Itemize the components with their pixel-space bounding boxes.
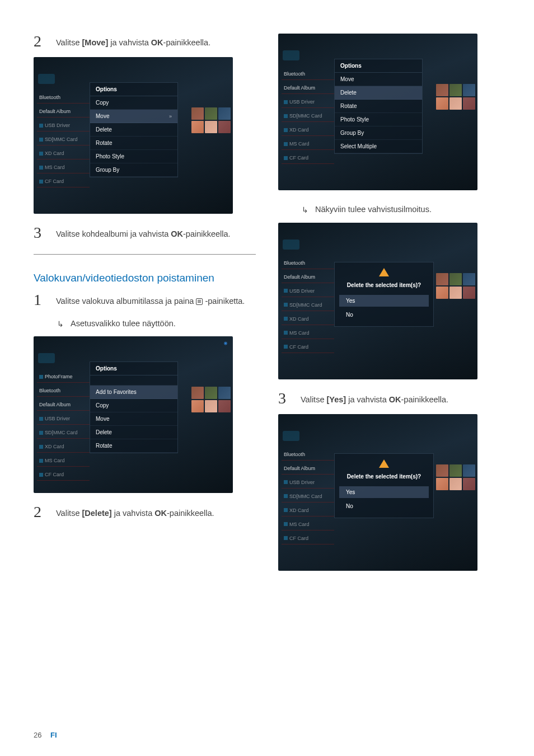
options-menu: Options Copy Move» Delete Rotate Photo S…	[90, 82, 178, 177]
page-footer: 26 FI	[34, 731, 57, 739]
right-column: Bluetooth Default Album USB Driver SD[MM…	[278, 34, 500, 582]
ss-side-item: CF Card	[282, 152, 334, 164]
usb-icon	[39, 124, 43, 128]
confirm-dialog: Delete the selected item(s)? Yes No	[334, 262, 434, 327]
left-column: 2 Valitse [Move] ja vahvista OK-painikke…	[34, 34, 256, 582]
ss-side-item: XD Card	[282, 505, 334, 516]
ss-side-item: XD Card	[37, 148, 90, 159]
usb-icon	[284, 480, 288, 484]
ms-icon	[284, 522, 288, 526]
ss-side-item: Default Album	[37, 399, 90, 411]
xd-icon	[39, 445, 43, 449]
ss-side-item: MS Card	[37, 455, 90, 467]
screenshot-confirm-dialog: Bluetooth Default Album USB Driver SD[MM…	[278, 223, 477, 379]
ss-sidebar: Bluetooth Default Album USB Driver SD[MM…	[278, 223, 334, 379]
menu-item: Group By	[335, 126, 422, 140]
menu-item: Rotate	[90, 439, 177, 453]
ss-side-item: SD[MMC Card	[282, 110, 334, 122]
lang-code: FI	[50, 731, 57, 739]
step-number: 1	[34, 292, 45, 308]
ss-side-item: SD[MMC Card	[282, 491, 334, 503]
screenshot-options-move: Bluetooth Default Album USB Driver SD[MM…	[34, 57, 233, 214]
ss-side-item: CF Card	[282, 341, 334, 353]
ss-side-item: SD[MMC Card	[37, 134, 90, 145]
step-3: 3 Valitse kohdealbumi ja vahvista OK-pai…	[34, 225, 256, 241]
ss-side-item: Bluetooth	[282, 257, 334, 269]
ss-side-item: Bluetooth	[282, 449, 334, 461]
step-text: Valitse valokuva albumitilassa ja paina …	[56, 292, 245, 308]
thumbnails	[436, 273, 475, 299]
ss-side-item: PhotoFrame	[37, 371, 90, 383]
step-3b: 3 Valitse [Yes] ja vahvista OK-painikkee…	[278, 391, 500, 406]
device-icon	[283, 431, 299, 441]
ss-side-item: CF Card	[282, 533, 334, 544]
ss-side-item: Bluetooth	[37, 385, 90, 397]
warning-icon	[379, 268, 389, 276]
menu-item: Rotate	[335, 100, 422, 113]
cf-icon	[284, 536, 288, 540]
thumbnails	[436, 464, 475, 490]
ms-icon	[39, 166, 43, 170]
usb-icon	[39, 417, 43, 421]
device-icon	[38, 353, 55, 363]
ss-side-item: USB Driver	[282, 285, 334, 297]
dialog-prompt: Delete the selected item(s)?	[335, 471, 433, 485]
bluetooth-icon: ⁕	[223, 340, 228, 348]
ss-side-item: USB Driver	[282, 96, 334, 108]
menu-item-selected: Add to Favorites	[90, 386, 177, 399]
step-text: Valitse [Delete] ja vahvista OK-painikke…	[56, 504, 214, 520]
ss-side-item: CF Card	[37, 176, 90, 187]
ss-side-item: Default Album	[282, 271, 334, 283]
xd-icon	[39, 152, 43, 156]
ss-side-item: USB Driver	[37, 413, 90, 425]
arrow-icon: ↳	[57, 319, 64, 330]
xd-icon	[284, 128, 288, 132]
menu-icon	[196, 298, 203, 305]
thumbnails	[191, 387, 231, 412]
menu-item-selected: Delete	[335, 86, 422, 100]
menu-header: Options	[90, 362, 177, 375]
step-number: 2	[34, 34, 45, 49]
menu-item: Delete	[90, 426, 177, 439]
section-heading: Valokuvan/videotiedoston poistaminen	[34, 271, 256, 285]
ss-sidebar: Bluetooth Default Album USB Driver SD[MM…	[278, 34, 334, 190]
cf-icon	[284, 345, 288, 349]
dialog-option-no: No	[339, 309, 429, 321]
menu-header: Options	[335, 59, 422, 73]
device-icon	[283, 50, 299, 60]
device-icon	[38, 74, 55, 84]
step-1: 1 Valitse valokuva albumitilassa ja pain…	[34, 292, 256, 308]
ss-side-item: Default Album	[282, 463, 334, 475]
sd-icon	[284, 114, 288, 118]
step-number: 3	[34, 225, 45, 241]
menu-item: Move	[335, 73, 422, 86]
menu-item: Delete	[90, 123, 177, 137]
sd-icon	[284, 303, 288, 307]
menu-item	[90, 375, 177, 386]
menu-item: Copy	[90, 96, 177, 110]
menu-item-selected: Move»	[90, 110, 177, 123]
ss-side-item: MS Card	[37, 162, 90, 173]
step-text: Valitse [Yes] ja vahvista OK-painikkeell…	[301, 391, 448, 406]
menu-header: Options	[90, 83, 177, 96]
ms-icon	[284, 142, 288, 146]
xd-icon	[284, 317, 288, 321]
menu-item: Copy	[90, 399, 177, 412]
screenshot-confirm-yes: Bluetooth Default Album USB Driver SD[MM…	[278, 414, 477, 571]
menu-item: Photo Style	[335, 113, 422, 126]
ss-side-item: MS Card	[282, 327, 334, 339]
sub-step: ↳ Näkyviin tulee vahvistusilmoitus.	[302, 205, 500, 216]
ss-side-item: XD Card	[282, 124, 334, 136]
xd-icon	[284, 508, 288, 512]
ss-side-item: CF Card	[37, 469, 90, 481]
usb-icon	[284, 100, 288, 104]
chevron-right-icon: »	[169, 114, 172, 119]
cf-icon	[39, 180, 43, 184]
ss-side-item: Default Album	[282, 82, 334, 94]
device-icon	[283, 240, 299, 250]
step-number: 2	[34, 504, 45, 520]
ss-side-item: SD[MMC Card	[282, 299, 334, 311]
sd-icon	[284, 494, 288, 498]
step-2b: 2 Valitse [Delete] ja vahvista OK-painik…	[34, 504, 256, 520]
ss-side-item: XD Card	[37, 441, 90, 453]
